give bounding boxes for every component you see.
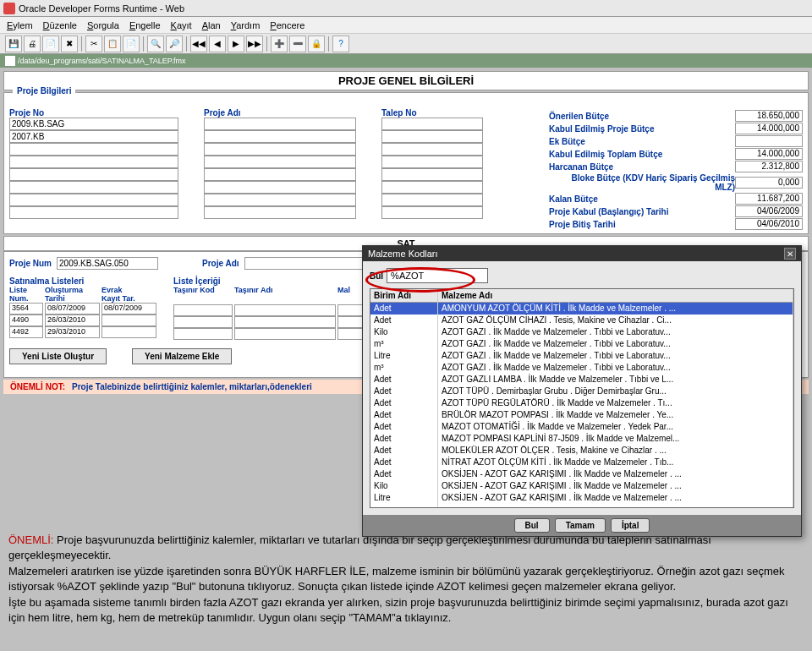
proje-adi-5[interactable] xyxy=(204,181,356,194)
evrak-0[interactable]: 08/07/2009 xyxy=(102,303,156,315)
result-malzeme[interactable]: NİTRAT AZOT ÖLÇÜM KİTİ . İlk Madde ve Ma… xyxy=(438,457,793,468)
iptal-button[interactable]: İptal xyxy=(611,518,650,533)
val-kabul-toplam[interactable]: 14.000,000 xyxy=(735,148,803,160)
yeni-liste-button[interactable]: Yeni Liste Oluştur xyxy=(9,348,107,364)
search-next-icon[interactable]: 🔎 xyxy=(166,36,183,52)
liste-num-1[interactable]: 4490 xyxy=(9,315,43,326)
evrak-1[interactable] xyxy=(102,315,156,326)
result-birim[interactable]: Adet xyxy=(370,397,437,409)
search-icon[interactable]: 🔍 xyxy=(147,36,164,52)
first-record-icon[interactable]: ◀◀ xyxy=(190,36,207,52)
search-input[interactable] xyxy=(387,268,488,283)
talep-no-4[interactable] xyxy=(381,168,483,181)
menu-kayit[interactable]: Kayıt xyxy=(171,20,192,30)
val-harcanan[interactable]: 2.312,800 xyxy=(735,161,803,172)
proje-no-4[interactable] xyxy=(9,168,178,181)
liste-num-2[interactable]: 4492 xyxy=(9,326,43,338)
menu-pencere[interactable]: Pencere xyxy=(270,20,304,30)
val-onerilen[interactable]: 18.650,000 xyxy=(735,110,803,122)
proje-adi-0[interactable] xyxy=(204,118,356,130)
menu-eylem[interactable]: Eylem xyxy=(7,20,33,30)
result-malzeme[interactable]: AZOT GAZI . İlk Madde ve Malzemeler . Tı… xyxy=(438,350,793,362)
tasinir-adi-0[interactable] xyxy=(234,304,336,316)
prev-record-icon[interactable]: ◀ xyxy=(209,36,226,52)
print-setup-icon[interactable]: 📄 xyxy=(42,36,59,52)
proje-no-7[interactable] xyxy=(9,206,178,219)
result-birim[interactable]: m³ xyxy=(370,338,437,350)
result-birim[interactable]: Adet xyxy=(370,315,437,326)
remove-record-icon[interactable]: ➖ xyxy=(289,36,306,52)
talep-no-0[interactable] xyxy=(381,118,483,130)
tasinir-kod-0[interactable] xyxy=(173,304,233,316)
result-malzeme[interactable]: AZOT TÜPÜ REGÜLATÖRÜ . İlk Madde ve Malz… xyxy=(438,397,793,409)
talep-no-2[interactable] xyxy=(381,143,483,156)
help-icon[interactable]: ? xyxy=(332,36,349,52)
dialog-titlebar[interactable]: Malzeme Kodları ✕ xyxy=(363,246,801,261)
last-record-icon[interactable]: ▶▶ xyxy=(246,36,263,52)
result-birim[interactable]: Adet xyxy=(370,445,437,457)
evrak-2[interactable] xyxy=(102,326,156,338)
olusturma-0[interactable]: 08/07/2009 xyxy=(45,303,100,315)
result-malzeme[interactable]: AZOT GAZI . İlk Madde ve Malzemeler . Tı… xyxy=(438,338,793,350)
result-malzeme[interactable]: AZOT GAZ ÖLÇÜM CİHAZI . Tesis, Makine ve… xyxy=(438,315,793,326)
proje-no-0[interactable]: 2009.KB.SAG xyxy=(9,118,178,130)
talep-no-7[interactable] xyxy=(381,206,483,219)
result-birim[interactable]: Adet xyxy=(370,457,437,468)
yeni-malzeme-button[interactable]: Yeni Malzeme Ekle xyxy=(132,348,232,364)
result-birim[interactable]: Litre xyxy=(370,492,437,504)
print-icon[interactable]: 🖨 xyxy=(24,36,41,52)
proje-adi-7[interactable] xyxy=(204,206,356,219)
tasinir-kod-1[interactable] xyxy=(173,316,233,328)
sat-proje-num[interactable]: 2009.KB.SAG.050 xyxy=(57,257,158,270)
tamam-button[interactable]: Tamam xyxy=(555,518,606,533)
result-malzeme[interactable]: OKSİJEN - AZOT GAZ KARIŞIMI . İlk Madde … xyxy=(438,480,793,492)
insert-record-icon[interactable]: ➕ xyxy=(271,36,288,52)
proje-adi-4[interactable] xyxy=(204,168,356,181)
proje-adi-6[interactable] xyxy=(204,194,356,206)
proje-adi-2[interactable] xyxy=(204,143,356,156)
result-birim[interactable]: Adet xyxy=(370,303,437,315)
proje-adi-1[interactable] xyxy=(204,130,356,143)
liste-num-0[interactable]: 3564 xyxy=(9,303,43,315)
result-birim[interactable]: m³ xyxy=(370,362,437,374)
proje-no-3[interactable] xyxy=(9,156,178,168)
result-malzeme[interactable]: MAZOT POMPASI KAPLİNİ 87-J509 . İlk Madd… xyxy=(438,433,793,445)
result-malzeme[interactable]: BRÜLÖR MAZOT POMPASI . İlk Madde ve Malz… xyxy=(438,409,793,421)
result-birim[interactable]: Adet xyxy=(370,386,437,397)
menu-sorgula[interactable]: Sorgula xyxy=(87,20,119,30)
val-bitis[interactable]: 04/06/2010 xyxy=(735,218,803,230)
menu-engelle[interactable]: Engelle xyxy=(129,20,161,30)
val-ek[interactable] xyxy=(735,135,803,147)
proje-no-1[interactable]: 2007.KB xyxy=(9,130,178,143)
tasinir-kod-2[interactable] xyxy=(173,328,233,340)
result-malzeme[interactable]: AZOT TÜPÜ . Demirbaşlar Grubu . Diğer De… xyxy=(438,386,793,397)
result-birim[interactable]: Adet xyxy=(370,468,437,480)
result-birim[interactable]: Kilo xyxy=(370,326,437,338)
talep-no-6[interactable] xyxy=(381,194,483,206)
result-malzeme[interactable]: AZOT GAZLI LAMBA . İlk Madde ve Malzemel… xyxy=(438,374,793,386)
olusturma-1[interactable]: 26/03/2010 xyxy=(45,315,100,326)
result-malzeme[interactable]: MAZOT OTOMATİĞİ . İlk Madde ve Malzemele… xyxy=(438,421,793,433)
result-malzeme[interactable]: MOLEKÜLER AZOT ÖLÇER . Tesis, Makine ve … xyxy=(438,445,793,457)
next-record-icon[interactable]: ▶ xyxy=(228,36,244,52)
val-kalan[interactable]: 11.687,200 xyxy=(735,193,803,205)
tasinir-adi-2[interactable] xyxy=(234,328,336,340)
result-birim[interactable]: Adet xyxy=(370,409,437,421)
olusturma-2[interactable]: 29/03/2010 xyxy=(45,326,100,338)
result-birim[interactable]: Adet xyxy=(370,421,437,433)
talep-no-3[interactable] xyxy=(381,156,483,168)
result-malzeme[interactable]: AMONYUM AZOT ÖLÇÜM KİTİ . İlk Madde ve M… xyxy=(438,303,793,315)
copy-icon[interactable]: 📋 xyxy=(104,36,121,52)
cut-icon[interactable]: ✂ xyxy=(85,36,102,52)
result-birim[interactable]: Kilo xyxy=(370,480,437,492)
menu-alan[interactable]: Alan xyxy=(202,20,221,30)
val-bloke[interactable]: 0,000 xyxy=(735,177,803,189)
proje-no-2[interactable] xyxy=(9,143,178,156)
menu-yardim[interactable]: Yardım xyxy=(231,20,261,30)
result-birim[interactable]: Litre xyxy=(370,350,437,362)
result-malzeme[interactable]: OKSİJEN - AZOT GAZ KARIŞIMI . İlk Madde … xyxy=(438,468,793,480)
val-kabul-proje[interactable]: 14.000,000 xyxy=(735,123,803,134)
proje-adi-3[interactable] xyxy=(204,156,356,168)
tasinir-adi-1[interactable] xyxy=(234,316,336,328)
bul-button[interactable]: Bul xyxy=(514,518,550,533)
